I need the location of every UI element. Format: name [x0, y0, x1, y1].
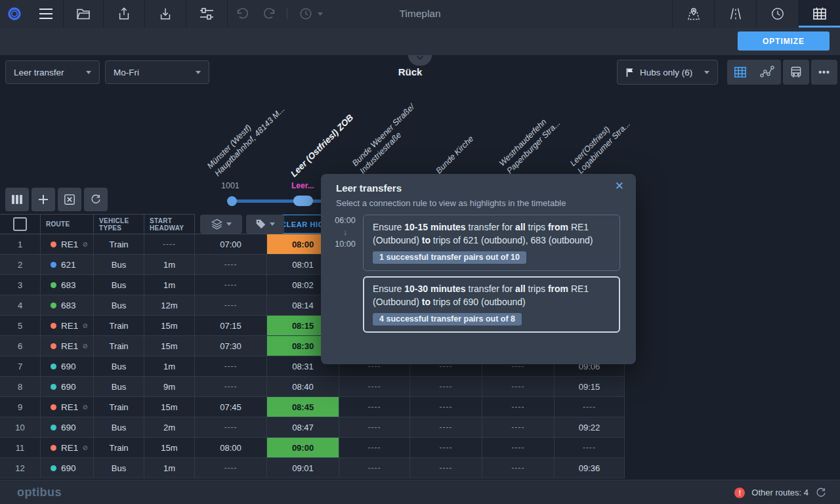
route-color-dot: [51, 465, 56, 471]
tab-routes[interactable]: [714, 0, 756, 28]
checkbox[interactable]: [13, 217, 27, 231]
time-cell[interactable]: ----: [339, 417, 410, 438]
row-number-cell: 1: [0, 234, 41, 255]
table-view-icon: [733, 66, 747, 79]
export-icon: [117, 7, 131, 21]
time-cell[interactable]: ----: [195, 458, 267, 478]
transfer-rule-card[interactable]: Ensure 10-15 minutes transfer for all tr…: [363, 215, 620, 271]
time-cell[interactable]: ----: [482, 377, 555, 397]
time-cell[interactable]: ----: [195, 356, 267, 377]
layers-dropdown-button[interactable]: [200, 215, 242, 234]
graph-view-button[interactable]: [759, 65, 775, 79]
menu-button[interactable]: [28, 0, 63, 28]
redo-button[interactable]: [257, 0, 283, 28]
time-cell[interactable]: ----: [339, 438, 410, 458]
tab-map[interactable]: [672, 0, 714, 28]
app-logo[interactable]: [0, 0, 28, 28]
time-cell[interactable]: ----: [195, 417, 267, 438]
undo-button[interactable]: [228, 0, 257, 28]
row-number-cell: 11: [0, 438, 41, 458]
time-cell[interactable]: 08:47: [267, 417, 339, 438]
tab-schedule[interactable]: [756, 0, 798, 28]
export-excel-button[interactable]: [58, 188, 81, 211]
slider-start-handle[interactable]: [227, 196, 237, 206]
secondary-toolbar: OPTIMIZE: [0, 28, 840, 55]
time-cell[interactable]: ----: [339, 458, 410, 478]
more-options-button[interactable]: •••: [811, 60, 837, 85]
history-button[interactable]: [291, 0, 329, 28]
refresh-table-button[interactable]: [84, 188, 108, 211]
select-all-cell[interactable]: [0, 214, 41, 234]
time-cell[interactable]: ----: [555, 438, 625, 458]
schedule-dropdown[interactable]: Leer transfer: [5, 60, 100, 84]
vehicle-type-cell: Bus: [94, 417, 144, 438]
time-cell[interactable]: ----: [195, 377, 267, 397]
open-button[interactable]: [64, 0, 103, 28]
hubs-filter-dropdown[interactable]: Hubs only (6): [617, 60, 718, 85]
vehicle-type-cell: Train: [94, 397, 144, 417]
table-row[interactable]: 9RE1Train15m07:4508:45----------------: [0, 397, 625, 417]
time-cell[interactable]: ----: [482, 438, 555, 458]
time-cell[interactable]: 08:40: [267, 377, 339, 397]
headway-cell: 9m: [144, 377, 195, 397]
columns-button[interactable]: [5, 188, 29, 211]
time-cell[interactable]: 07:15: [195, 316, 267, 336]
add-trip-button[interactable]: [32, 188, 55, 211]
table-row[interactable]: 11RE1Train15m08:0009:00----------------: [0, 438, 625, 458]
table-view-button[interactable]: [733, 66, 747, 79]
time-cell[interactable]: 09:01: [267, 458, 339, 478]
time-cell[interactable]: ----: [555, 397, 625, 417]
time-cell[interactable]: ----: [195, 295, 267, 316]
highlighted-time-cell[interactable]: 08:45: [267, 397, 339, 417]
route-cell: 621: [41, 255, 94, 275]
view-tabs: [672, 0, 840, 28]
columns-icon: [11, 194, 23, 205]
plus-icon: [38, 194, 49, 205]
time-cell[interactable]: ----: [410, 458, 482, 478]
time-cell[interactable]: ----: [410, 438, 482, 458]
time-cell[interactable]: ----: [482, 397, 555, 417]
time-cell[interactable]: 09:36: [555, 458, 625, 478]
time-cell[interactable]: ----: [410, 397, 482, 417]
time-cell[interactable]: ----: [410, 377, 482, 397]
import-button[interactable]: [145, 0, 186, 28]
sync-icon[interactable]: [815, 487, 827, 499]
time-cell[interactable]: 07:00: [195, 234, 267, 255]
export-button[interactable]: [104, 0, 144, 28]
table-row[interactable]: 12690Bus1m----09:01------------09:36: [0, 458, 625, 478]
time-cell[interactable]: ----: [482, 458, 555, 478]
close-icon[interactable]: ✕: [615, 180, 624, 192]
time-cell[interactable]: 07:45: [195, 397, 267, 417]
time-cell[interactable]: ----: [410, 417, 482, 438]
time-cell[interactable]: ----: [195, 275, 267, 295]
time-cell[interactable]: ----: [339, 397, 410, 417]
refresh-icon: [90, 194, 102, 205]
time-cell[interactable]: 09:15: [555, 377, 625, 397]
row-number-cell: 12: [0, 458, 41, 478]
time-cell[interactable]: 09:22: [555, 417, 625, 438]
slider-stop-handle[interactable]: [293, 196, 313, 206]
vehicles-button[interactable]: [783, 60, 809, 85]
headway-cell: 1m: [144, 458, 195, 478]
direction-collapse-tab[interactable]: [408, 55, 432, 66]
route-color-dot: [51, 404, 56, 410]
highlighted-time-cell[interactable]: 09:00: [267, 438, 339, 458]
history-clock-icon: [299, 7, 313, 21]
time-cell[interactable]: ----: [482, 417, 555, 438]
day-type-dropdown[interactable]: Mo-Fri: [105, 60, 209, 84]
time-cell[interactable]: 07:30: [195, 336, 267, 356]
route-cell: 683: [41, 275, 94, 295]
import-icon: [158, 7, 173, 21]
route-cell: 690: [41, 417, 94, 438]
table-row[interactable]: 10690Bus2m----08:47------------09:22: [0, 417, 625, 438]
preferences-button[interactable]: [186, 0, 227, 28]
route-cell: 690: [41, 377, 94, 397]
tab-timeplan[interactable]: [798, 0, 840, 28]
time-cell[interactable]: 08:00: [195, 438, 267, 458]
table-row[interactable]: 8690Bus9m----08:40------------09:15: [0, 377, 625, 397]
transfer-rule-card[interactable]: Ensure 10-30 minutes transfer for all tr…: [363, 276, 620, 333]
time-cell[interactable]: ----: [339, 377, 410, 397]
time-cell[interactable]: ----: [195, 255, 267, 275]
tags-dropdown-button[interactable]: [246, 215, 284, 234]
optimize-button[interactable]: OPTIMIZE: [738, 32, 830, 51]
